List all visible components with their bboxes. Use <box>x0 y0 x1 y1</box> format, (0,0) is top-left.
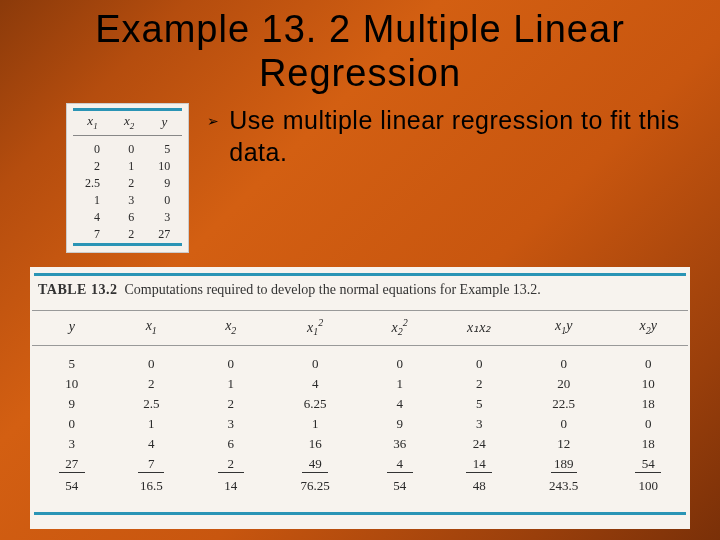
h-x1y: x1y <box>519 310 608 345</box>
h-x1x2: x₁x₂ <box>439 310 519 345</box>
slide-title: Example 13. 2 Multiple Linear Regression <box>0 0 720 99</box>
table-row: 3461636241218 <box>32 434 688 454</box>
col-x2: x2 <box>112 111 146 135</box>
table-row: 01319300 <box>32 414 688 434</box>
table-caption: TABLE 13.2 Computations required to deve… <box>32 282 688 310</box>
h-x1: x1 <box>112 310 192 345</box>
h-x2y: x2y <box>608 310 688 345</box>
col-x1: x1 <box>73 111 112 135</box>
bullet-point: ➢ Use multiple linear regression to fit … <box>207 103 690 168</box>
bullet-icon: ➢ <box>207 105 219 129</box>
content-row: x1 x2 y 005 2110 2.529 130 463 7227 ➢ Us… <box>0 99 720 253</box>
h-x2sq: x22 <box>360 310 440 345</box>
computations-table: TABLE 13.2 Computations required to deve… <box>30 267 690 529</box>
table-sum-row: 54 16.5 14 76.25 54 48 243.5 100 <box>32 475 688 496</box>
input-data-table: x1 x2 y 005 2110 2.529 130 463 7227 <box>66 103 189 253</box>
table-row: 27 7 2 49 4 14 189 54 <box>32 454 688 475</box>
bullet-text: Use multiple linear regression to fit th… <box>229 105 690 168</box>
table-row: 10214122010 <box>32 374 688 394</box>
col-y: y <box>146 111 182 135</box>
h-x1sq: x12 <box>271 310 360 345</box>
h-y: y <box>32 310 112 345</box>
table-row: 50000000 <box>32 346 688 375</box>
table-row: 92.526.254522.518 <box>32 394 688 414</box>
h-x2: x2 <box>191 310 271 345</box>
